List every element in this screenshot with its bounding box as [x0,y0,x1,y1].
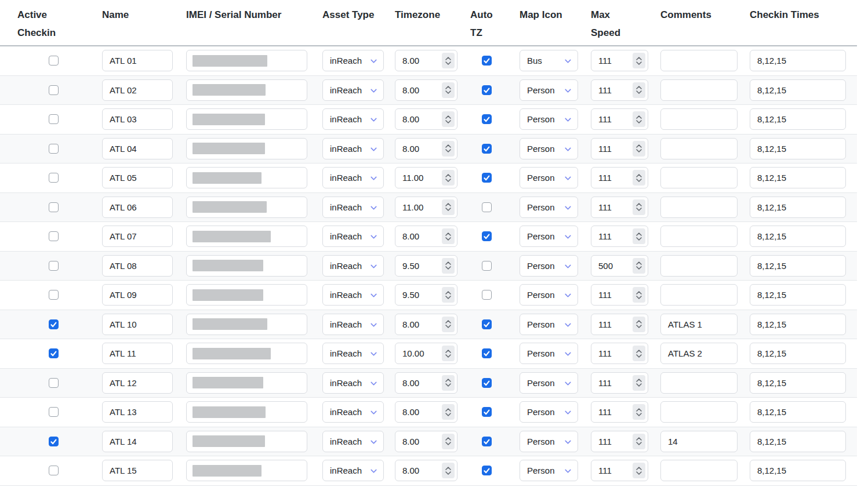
max-speed-input[interactable]: 111 [591,226,648,247]
max-speed-stepper[interactable] [633,463,645,478]
comments-input[interactable] [660,401,738,423]
name-input[interactable]: ATL 02 [102,79,173,101]
map-icon-select[interactable]: Person [520,255,578,277]
timezone-stepper[interactable] [442,287,455,303]
timezone-input[interactable]: 11.00 [395,167,457,188]
max-speed-stepper[interactable] [633,287,645,303]
auto-tz-checkbox[interactable] [482,290,492,300]
auto-tz-checkbox[interactable] [482,173,492,183]
auto-tz-checkbox[interactable] [482,144,492,154]
max-speed-stepper[interactable] [633,434,645,449]
imei-input[interactable] [186,138,307,159]
comments-input[interactable] [660,226,738,247]
name-input[interactable]: ATL 15 [102,460,173,481]
timezone-input[interactable]: 8.00 [395,108,457,130]
checkin-times-input[interactable]: 8,12,15 [750,197,846,218]
auto-tz-checkbox[interactable] [482,407,492,417]
name-input[interactable]: ATL 14 [102,431,173,452]
auto-tz-checkbox[interactable] [482,202,492,212]
comments-input[interactable] [660,167,738,188]
max-speed-stepper[interactable] [633,141,645,157]
name-input[interactable]: ATL 05 [102,167,173,188]
active-checkin-checkbox[interactable] [49,437,59,446]
max-speed-input[interactable]: 111 [591,372,648,394]
max-speed-input[interactable]: 111 [591,108,648,130]
imei-input[interactable] [186,167,307,188]
map-icon-select[interactable]: Person [520,372,578,394]
max-speed-input[interactable]: 111 [591,343,648,364]
max-speed-input[interactable]: 111 [591,460,648,481]
comments-input[interactable] [660,284,738,306]
checkin-times-input[interactable]: 8,12,15 [750,431,846,452]
auto-tz-checkbox[interactable] [482,114,492,124]
active-checkin-checkbox[interactable] [49,290,59,300]
name-input[interactable]: ATL 09 [102,284,173,306]
asset-type-select[interactable]: inReach [322,460,384,481]
max-speed-input[interactable]: 111 [591,138,648,159]
checkin-times-input[interactable]: 8,12,15 [750,372,846,394]
asset-type-select[interactable]: inReach [322,226,384,247]
map-icon-select[interactable]: Person [520,401,578,423]
max-speed-input[interactable]: 111 [591,197,648,218]
imei-input[interactable] [186,108,307,130]
max-speed-stepper[interactable] [633,199,645,215]
asset-type-select[interactable]: inReach [322,197,384,218]
max-speed-stepper[interactable] [633,404,645,420]
asset-type-select[interactable]: inReach [322,167,384,188]
timezone-stepper[interactable] [442,404,455,420]
max-speed-stepper[interactable] [633,258,645,274]
timezone-stepper[interactable] [442,82,455,98]
map-icon-select[interactable]: Person [520,431,578,452]
auto-tz-checkbox[interactable] [482,466,492,475]
max-speed-stepper[interactable] [633,53,645,68]
active-checkin-checkbox[interactable] [49,378,59,388]
max-speed-input[interactable]: 111 [591,79,648,101]
comments-input[interactable] [660,255,738,277]
max-speed-input[interactable]: 111 [591,284,648,306]
imei-input[interactable] [186,314,307,335]
asset-type-select[interactable]: inReach [322,138,384,159]
name-input[interactable]: ATL 08 [102,255,173,277]
max-speed-stepper[interactable] [633,228,645,244]
map-icon-select[interactable]: Bus [520,50,578,71]
active-checkin-checkbox[interactable] [49,231,59,241]
timezone-stepper[interactable] [442,228,455,244]
asset-type-select[interactable]: inReach [322,314,384,335]
map-icon-select[interactable]: Person [520,197,578,218]
name-input[interactable]: ATL 10 [102,314,173,335]
timezone-input[interactable]: 11.00 [395,197,457,218]
active-checkin-checkbox[interactable] [49,319,59,329]
timezone-stepper[interactable] [442,170,455,186]
imei-input[interactable] [186,460,307,481]
timezone-input[interactable]: 9.50 [395,255,457,277]
imei-input[interactable] [186,226,307,247]
name-input[interactable]: ATL 04 [102,138,173,159]
auto-tz-checkbox[interactable] [482,319,492,329]
timezone-stepper[interactable] [442,346,455,361]
timezone-stepper[interactable] [442,317,455,332]
timezone-input[interactable]: 9.50 [395,284,457,306]
map-icon-select[interactable]: Person [520,284,578,306]
max-speed-input[interactable]: 111 [591,167,648,188]
asset-type-select[interactable]: inReach [322,372,384,394]
checkin-times-input[interactable]: 8,12,15 [750,167,846,188]
timezone-input[interactable]: 8.00 [395,79,457,101]
comments-input[interactable] [660,79,738,101]
asset-type-select[interactable]: inReach [322,284,384,306]
max-speed-input[interactable]: 111 [591,401,648,423]
checkin-times-input[interactable]: 8,12,15 [750,50,846,71]
max-speed-input[interactable]: 111 [591,314,648,335]
map-icon-select[interactable]: Person [520,79,578,101]
timezone-stepper[interactable] [442,111,455,127]
max-speed-stepper[interactable] [633,375,645,391]
timezone-stepper[interactable] [442,375,455,391]
timezone-input[interactable]: 8.00 [395,372,457,394]
imei-input[interactable] [186,401,307,423]
timezone-input[interactable]: 8.00 [395,431,457,452]
max-speed-stepper[interactable] [633,346,645,361]
active-checkin-checkbox[interactable] [49,466,59,475]
checkin-times-input[interactable]: 8,12,15 [750,284,846,306]
timezone-input[interactable]: 8.00 [395,138,457,159]
name-input[interactable]: ATL 07 [102,226,173,247]
timezone-input[interactable]: 8.00 [395,50,457,71]
